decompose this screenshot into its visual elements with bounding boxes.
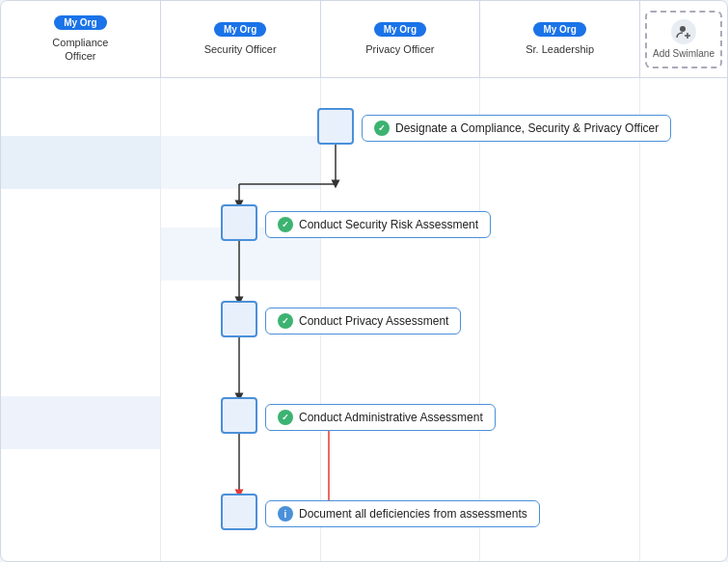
swimlane-label-4: Sr. Leadership [526, 42, 594, 56]
body-col-1 [1, 78, 161, 562]
task-text-3: Conduct Privacy Assessment [299, 314, 448, 328]
swimlane-col-2: My Org Security Officer [161, 1, 321, 77]
swimlane-label-3: Privacy Officer [365, 42, 434, 56]
task-label-2[interactable]: Conduct Security Risk Assessment [265, 211, 491, 238]
swimlane-header: My Org ComplianceOfficer My Org Security… [1, 1, 727, 78]
svg-point-0 [680, 26, 686, 32]
row-highlight-4 [1, 396, 160, 449]
add-swimlane-label: Add Swimlane [653, 48, 715, 59]
add-swimlane-button[interactable]: Add Swimlane [645, 11, 722, 68]
body-col-4 [480, 78, 640, 562]
task-label-4[interactable]: Conduct Administrative Assessment [265, 404, 496, 431]
task-box-1[interactable] [317, 108, 354, 145]
task-label-1[interactable]: Designate a Compliance, Security & Priva… [362, 115, 671, 142]
task-text-1: Designate a Compliance, Security & Priva… [395, 121, 659, 135]
check-icon-4 [278, 410, 293, 425]
swimlane-badge-4: My Org [533, 22, 585, 37]
swimlane-badge-3: My Org [374, 22, 426, 37]
body-add-col [640, 78, 727, 562]
swimlane-label-2: Security Officer [204, 42, 277, 56]
diagram-container: My Org ComplianceOfficer My Org Security… [0, 0, 728, 562]
add-person-icon [671, 19, 696, 44]
task-text-4: Conduct Administrative Assessment [299, 411, 483, 424]
check-icon-1 [374, 120, 390, 136]
task-box-3[interactable] [221, 301, 257, 337]
swimlane-badge-1: My Org [54, 15, 106, 30]
row-highlight-1 [1, 136, 160, 189]
swimlane-col-1: My Org ComplianceOfficer [1, 1, 161, 77]
task-text-5: Document all deficiencies from assessmen… [299, 507, 527, 521]
swimlane-label-1: ComplianceOfficer [52, 36, 108, 64]
check-icon-3 [278, 313, 293, 329]
task-label-5[interactable]: i Document all deficiencies from assessm… [265, 500, 540, 527]
task-label-3[interactable]: Conduct Privacy Assessment [265, 308, 461, 335]
task-text-2: Conduct Security Risk Assessment [299, 218, 478, 231]
task-box-5[interactable] [221, 494, 257, 530]
info-icon-5: i [278, 506, 293, 522]
add-swimlane-col[interactable]: Add Swimlane [640, 1, 727, 77]
check-icon-2 [278, 217, 293, 232]
row-highlight-2a [161, 136, 320, 189]
swimlane-badge-2: My Org [214, 22, 266, 37]
task-box-4[interactable] [221, 397, 257, 434]
task-box-2[interactable] [221, 204, 257, 241]
swimlane-col-4: My Org Sr. Leadership [480, 1, 640, 77]
swimlane-col-3: My Org Privacy Officer [321, 1, 481, 77]
swimlane-body: Designate a Compliance, Security & Priva… [1, 78, 727, 562]
